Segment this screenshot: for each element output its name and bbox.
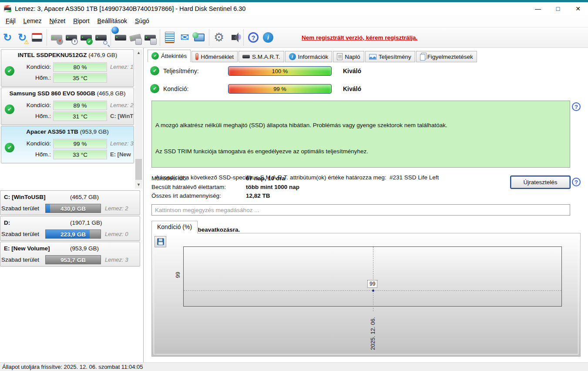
disk-item-apacer-selected[interactable]: Apacer AS350 1TB (953,9 GB) Kondíció: 99… (1, 126, 134, 163)
disk-search-icon[interactable] (94, 29, 108, 46)
disk-size: (953,9 GB) (80, 128, 109, 135)
stats-block: Működési idő:67 nap, 10 óra Becsült hátr… (151, 175, 413, 201)
partition-name: D: (4, 219, 10, 226)
condition-label: Kondíció: (18, 140, 51, 147)
x-axis-tick: 2025. 12. 06. (370, 310, 376, 350)
retest-help-icon[interactable]: ? (572, 178, 581, 186)
sidebar: INTEL SSDPEKNU512GZ (476,9 GB) Kondíció:… (0, 48, 144, 362)
app-icon (4, 5, 11, 12)
temperature-bar: 35 °C (54, 74, 107, 82)
report-notepad-icon[interactable] (162, 29, 177, 46)
partition-item-d[interactable]: D: (1907,1 GB) Szabad terület 223,9 GB L… (0, 216, 140, 241)
refresh-warning-icon[interactable]: ↻⚠ (15, 29, 30, 46)
disk-remove-icon[interactable] (128, 29, 143, 46)
disk-insert-icon[interactable] (143, 29, 158, 46)
help-icon[interactable]: ? (246, 29, 261, 46)
statusbar: Állapot utoljára frissítve: 2025. 12. 06… (0, 362, 588, 371)
menu-disk[interactable]: Lemez (20, 15, 46, 27)
partition-item-e[interactable]: E: [New Volume] (953,9 GB) Szabad terüle… (0, 242, 140, 266)
partition-size: (953,9 GB) (70, 245, 99, 252)
thermometer-icon (195, 53, 198, 60)
partition-size: (465,7 GB) (70, 194, 99, 200)
y-axis-tick: 99 (175, 272, 181, 278)
retest-button[interactable]: Újratesztelés (511, 176, 570, 188)
disk-clock-icon[interactable] (64, 29, 79, 46)
minimize-button[interactable]: — (528, 2, 548, 15)
scrollbar-thumb[interactable] (135, 159, 142, 180)
tab-alerts[interactable]: Figyelmeztetések (416, 51, 477, 62)
stat-label: Működési idő: (151, 175, 246, 184)
scroll-up-icon[interactable]: ▲ (135, 49, 142, 57)
disk-item-intel[interactable]: INTEL SSDPEKNU512GZ (476,9 GB) Kondíció:… (1, 49, 134, 87)
refresh-icon[interactable]: ↻ (0, 29, 15, 46)
menu-help[interactable]: Súgó (131, 15, 153, 27)
free-space-label: Szabad terület (1, 256, 39, 263)
performance-rating: Kiváló (343, 67, 361, 74)
free-space-bar: 953,7 GB (45, 255, 101, 264)
disk-list-scrollbar[interactable]: ▲ ▼ (135, 49, 142, 189)
comment-input[interactable] (151, 204, 570, 216)
scroll-down-icon[interactable]: ▼ (135, 181, 142, 189)
free-space-value: 953,7 GB (46, 256, 101, 264)
tab-temperature[interactable]: Hőmérséklet (192, 51, 238, 62)
disk-item-samsung[interactable]: Samsung SSD 860 EVO 500GB (465,8 GB) Kon… (1, 88, 134, 125)
condition-label: Kondíció: (18, 102, 51, 108)
menu-view[interactable]: Nézet (46, 15, 70, 27)
stat-value: 67 nap, 10 óra (246, 175, 285, 184)
performance-ok-icon (150, 66, 159, 75)
menu-report[interactable]: Riport (69, 15, 93, 27)
status-line: Az SSD TRIM funkciója támogatva és enged… (155, 147, 566, 156)
tab-overview[interactable]: Áttekintés (148, 50, 191, 62)
tab-label: Információk (298, 54, 329, 60)
disk-window-icon[interactable] (30, 29, 44, 46)
free-space-bar: 430,0 GB (45, 204, 101, 213)
tab-information[interactable]: iInformációk (285, 51, 333, 62)
tab-label: Hőmérséklet (201, 54, 234, 60)
settings-gear-icon[interactable]: ⚙ (212, 29, 226, 46)
performance-gauge: 100 % (228, 66, 332, 76)
tab-log[interactable]: Napló (333, 51, 364, 62)
health-status-box: A mozgó alkatrész nélküli meghajtó (SSD)… (151, 101, 570, 168)
chart-icon (369, 54, 376, 60)
menu-settings[interactable]: Beállítások (94, 15, 131, 27)
partition-list: C: [WinToUSB] (465,7 GB) Szabad terület … (0, 190, 140, 267)
condition-ok-icon (150, 84, 159, 93)
toolbar: ↻ ↻⚠ 📍 ✉ ⚙ ? i Nem regisztrált verzió, k… (0, 27, 588, 48)
info-icon[interactable]: i (261, 29, 276, 46)
disk-size: (476,9 GB) (88, 52, 117, 58)
disk-network-icon[interactable] (113, 29, 128, 46)
history-chart-panel: 99 99 2025. 12. 06. (151, 233, 581, 357)
tab-performance[interactable]: Teljesítmény (365, 51, 415, 62)
condition-rating: Kiváló (343, 85, 361, 92)
registration-notice-link[interactable]: Nem regisztrált verzió, kérem regisztrál… (302, 34, 417, 41)
disk-test-icon[interactable] (79, 29, 94, 46)
disk-name: Apacer AS350 1TB (26, 128, 78, 135)
partition-item-c[interactable]: C: [WinToUSB] (465,7 GB) Szabad terület … (0, 190, 140, 215)
menu-file[interactable]: Fájl (2, 15, 20, 27)
data-point (372, 290, 374, 292)
pages-icon (420, 54, 425, 61)
app-window: Lemez: 3, Apacer AS350 1TB [149907340B74… (0, 0, 588, 371)
email-icon[interactable]: ✉ (177, 29, 192, 46)
status-help-icon[interactable]: ? (572, 102, 581, 111)
status-line: A mozgó alkatrész nélküli meghajtó (SSD)… (155, 121, 566, 130)
tab-bar: Áttekintés Hőmérséklet S.M.A.R.T. iInfor… (148, 50, 478, 62)
tab-smart[interactable]: S.M.A.R.T. (239, 51, 284, 62)
titlebar: Lemez: 3, Apacer AS350 1TB [149907340B74… (0, 2, 588, 15)
temperature-bar: 33 °C (54, 150, 107, 159)
condition-bar: 89 % (54, 101, 107, 110)
close-button[interactable]: ✕ (568, 2, 588, 15)
chart-tab-condition[interactable]: Kondíció (%) (151, 221, 198, 233)
maximize-button[interactable]: □ (548, 2, 568, 15)
network-monitor-icon[interactable] (192, 29, 207, 46)
save-chart-button[interactable] (155, 236, 166, 247)
gridline-vertical (373, 247, 373, 311)
sound-icon[interactable] (226, 29, 241, 46)
stat-label: Becsült hátralévő élettartam: (151, 184, 246, 192)
disk-name: INTEL SSDPEKNU512GZ (18, 52, 87, 58)
tab-label: S.M.A.R.T. (252, 54, 280, 60)
disk-location-icon[interactable]: 📍 (49, 29, 64, 46)
disk-name: Samsung SSD 860 EVO 500GB (9, 90, 95, 97)
tab-label: Áttekintés (161, 53, 187, 59)
toolbar-separator (160, 29, 160, 46)
